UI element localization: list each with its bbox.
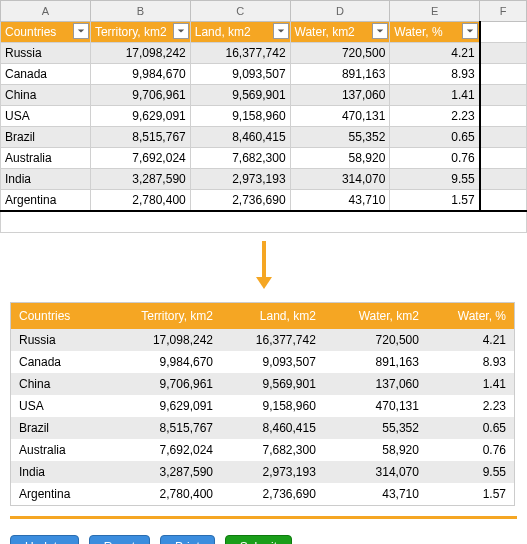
cell[interactable]: 2,973,193 [190,169,290,190]
cell[interactable]: 2.23 [390,106,480,127]
cell[interactable]: 16,377,742 [190,43,290,64]
cell[interactable]: 4.21 [390,43,480,64]
cell[interactable]: Canada [1,64,91,85]
cell[interactable]: 9,984,670 [90,64,190,85]
cell[interactable]: 2,780,400 [90,190,190,212]
cell[interactable]: Brazil [1,127,91,148]
print-button[interactable]: Print [160,535,215,544]
filter-dropdown-icon[interactable] [73,23,89,39]
cell[interactable]: China [1,85,91,106]
cell[interactable]: 9,569,901 [190,85,290,106]
filter-dropdown-icon[interactable] [173,23,189,39]
cell: 9,706,961 [102,373,221,395]
filter-dropdown-icon[interactable] [273,23,289,39]
cell: Canada [11,351,103,373]
cell: 2,780,400 [102,483,221,506]
cell[interactable]: Australia [1,148,91,169]
cell[interactable]: 7,692,024 [90,148,190,169]
arrow-down-icon [0,233,527,302]
cell: 7,692,024 [102,439,221,461]
cell[interactable] [480,148,527,169]
cell[interactable] [480,64,527,85]
cell[interactable]: India [1,169,91,190]
cell[interactable] [480,85,527,106]
cell[interactable]: 1.57 [390,190,480,212]
table-row[interactable]: Australia7,692,0247,682,30058,9200.76 [1,148,527,169]
cell[interactable]: 891,163 [290,64,390,85]
table-row[interactable]: India3,287,5902,973,193314,0709.55 [1,169,527,190]
cell[interactable] [480,169,527,190]
col-header[interactable]: C [190,1,290,22]
update-button[interactable]: Update [10,535,79,544]
cell[interactable]: 8,515,767 [90,127,190,148]
table-header-waterpct[interactable]: Water, % [390,22,480,43]
table-row[interactable]: Brazil8,515,7678,460,41555,3520.65 [1,127,527,148]
table-row[interactable]: USA9,629,0919,158,960470,1312.23 [1,106,527,127]
table-row: Australia7,692,0247,682,30058,9200.76 [11,439,515,461]
cell[interactable]: 9,093,507 [190,64,290,85]
table-row[interactable]: Argentina2,780,4002,736,69043,7101.57 [1,190,527,212]
cell[interactable]: 137,060 [290,85,390,106]
cell[interactable]: 8.93 [390,64,480,85]
cell[interactable]: 7,682,300 [190,148,290,169]
col-header[interactable]: D [290,1,390,22]
cell[interactable]: 17,098,242 [90,43,190,64]
cell: 43,710 [324,483,427,506]
submit-button[interactable]: Submit [225,535,292,544]
cell[interactable]: USA [1,106,91,127]
cell: 1.41 [427,373,515,395]
cell[interactable]: 8,460,415 [190,127,290,148]
cell[interactable] [480,22,527,43]
cell[interactable]: 9,629,091 [90,106,190,127]
cell[interactable]: 9.55 [390,169,480,190]
cell[interactable]: 0.76 [390,148,480,169]
table-header-water[interactable]: Water, km2 [290,22,390,43]
cell: 8.93 [427,351,515,373]
col-header[interactable]: A [1,1,91,22]
col-header[interactable]: B [90,1,190,22]
cell[interactable]: 0.65 [390,127,480,148]
cell: 55,352 [324,417,427,439]
cell: 9,569,901 [221,373,324,395]
cell[interactable]: 55,352 [290,127,390,148]
table-header-territory[interactable]: Territory, km2 [90,22,190,43]
cell[interactable] [480,43,527,64]
table-row: China9,706,9619,569,901137,0601.41 [11,373,515,395]
out-header: Water, % [427,303,515,330]
cell[interactable]: 1.41 [390,85,480,106]
button-bar: Update Reset Print Submit [0,529,527,544]
table-row[interactable]: China9,706,9619,569,901137,0601.41 [1,85,527,106]
cell: 58,920 [324,439,427,461]
table-row: India3,287,5902,973,193314,0709.55 [11,461,515,483]
cell[interactable] [480,106,527,127]
filter-dropdown-icon[interactable] [462,23,478,39]
cell[interactable]: 9,706,961 [90,85,190,106]
col-header[interactable]: E [390,1,480,22]
cell[interactable]: 470,131 [290,106,390,127]
reset-button[interactable]: Reset [89,535,150,544]
col-header[interactable]: F [480,1,527,22]
table-header-land[interactable]: Land, km2 [190,22,290,43]
cell[interactable] [480,190,527,212]
table-row[interactable]: Canada9,984,6709,093,507891,1638.93 [1,64,527,85]
table-row[interactable]: Russia17,098,24216,377,742720,5004.21 [1,43,527,64]
cell[interactable]: 3,287,590 [90,169,190,190]
cell[interactable] [480,127,527,148]
table-header-countries[interactable]: Countries [1,22,91,43]
filter-dropdown-icon[interactable] [372,23,388,39]
spreadsheet-grid[interactable]: A B C D E F Countries Territory, km2 Lan… [0,0,527,233]
cell[interactable]: 2,736,690 [190,190,290,212]
cell: 137,060 [324,373,427,395]
cell[interactable] [1,211,527,233]
cell[interactable]: 720,500 [290,43,390,64]
cell[interactable]: 314,070 [290,169,390,190]
cell: 9,158,960 [221,395,324,417]
out-header: Land, km2 [221,303,324,330]
cell[interactable]: 43,710 [290,190,390,212]
cell[interactable]: 9,158,960 [190,106,290,127]
cell[interactable]: Russia [1,43,91,64]
cell[interactable]: 58,920 [290,148,390,169]
cell[interactable]: Argentina [1,190,91,212]
out-header: Water, km2 [324,303,427,330]
out-header: Countries [11,303,103,330]
